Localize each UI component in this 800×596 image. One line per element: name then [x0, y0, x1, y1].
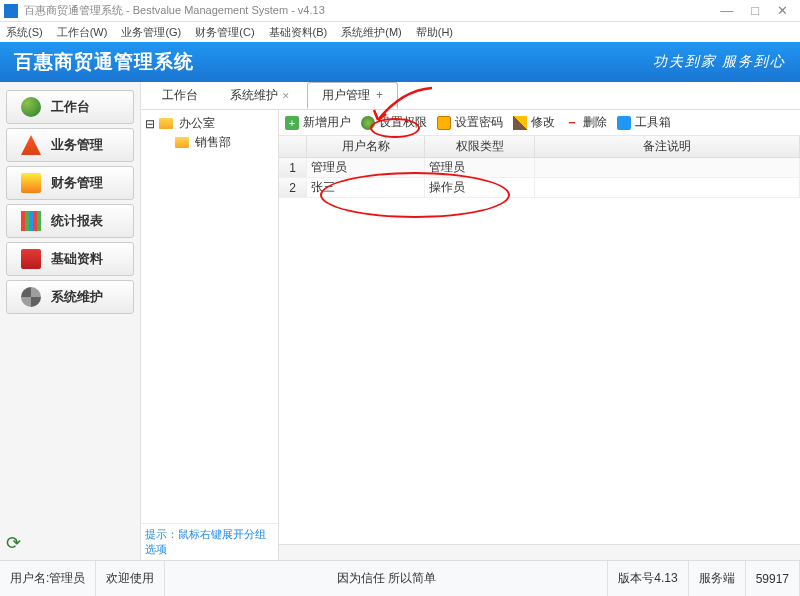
table-row[interactable]: 1 管理员 管理员 [279, 158, 800, 178]
tab-workbench[interactable]: 工作台 [147, 82, 213, 109]
toolbar-label: 工具箱 [635, 114, 671, 131]
status-welcome: 欢迎使用 [96, 561, 165, 596]
toolbar-label: 删除 [583, 114, 607, 131]
delete-button[interactable]: −删除 [565, 114, 607, 131]
menubar: 系统(S) 工作台(W) 业务管理(G) 财务管理(C) 基础资料(B) 系统维… [0, 22, 800, 42]
close-icon[interactable]: ✕ [777, 3, 788, 18]
tab-maintain[interactable]: 系统维护✕ [215, 82, 305, 109]
tab-label: 系统维护 [230, 88, 278, 102]
table-row[interactable]: 2 张三 操作员 [279, 178, 800, 198]
pencil-icon [513, 116, 527, 130]
col-header-username[interactable]: 用户名称 [307, 136, 425, 157]
grid-corner [279, 136, 307, 157]
folder-icon [21, 173, 41, 193]
row-number: 1 [279, 158, 307, 177]
toolbox-button[interactable]: 工具箱 [617, 114, 671, 131]
toolbar-label: 设置权限 [379, 114, 427, 131]
menu-system[interactable]: 系统(S) [6, 25, 43, 40]
tree-node-sales[interactable]: 销售部 [145, 133, 274, 152]
sidebar-item-label: 业务管理 [51, 136, 103, 154]
tab-user-manage[interactable]: 用户管理+ [307, 82, 398, 109]
sidebar-item-label: 工作台 [51, 98, 90, 116]
sidebar-report[interactable]: 统计报表 [6, 204, 134, 238]
book-icon [21, 249, 41, 269]
tree-hint: 提示：鼠标右键展开分组选项 [141, 523, 278, 560]
user-grid: 用户名称 权限类型 备注说明 1 管理员 管理员 2 张三 操作员 [279, 136, 800, 198]
cell-username: 张三 [307, 178, 425, 197]
status-motto: 因为信任 所以简单 [165, 561, 608, 596]
tree-node-label: 办公室 [179, 115, 215, 132]
chart-icon [21, 211, 41, 231]
folder-icon [175, 137, 189, 148]
maximize-icon[interactable]: □ [751, 3, 759, 18]
sidebar-maintain[interactable]: 系统维护 [6, 280, 134, 314]
add-user-button[interactable]: +新增用户 [285, 114, 351, 131]
status-port: 59917 [746, 561, 800, 596]
delete-icon: − [565, 116, 579, 130]
app-slogan: 功夫到家 服务到心 [653, 53, 787, 71]
sidebar-item-label: 统计报表 [51, 212, 103, 230]
edit-button[interactable]: 修改 [513, 114, 555, 131]
toolbox-icon [617, 116, 631, 130]
menu-workbench[interactable]: 工作台(W) [57, 25, 108, 40]
row-number: 2 [279, 178, 307, 197]
app-icon [4, 4, 18, 18]
gear-icon [21, 287, 41, 307]
sidebar-item-label: 基础资料 [51, 250, 103, 268]
status-bar: 用户名:管理员 欢迎使用 因为信任 所以简单 版本号4.13 服务端 59917 [0, 560, 800, 596]
check-circle-icon [21, 97, 41, 117]
menu-help[interactable]: 帮助(H) [416, 25, 453, 40]
menu-maintain[interactable]: 系统维护(M) [341, 25, 402, 40]
set-password-button[interactable]: 设置密码 [437, 114, 503, 131]
user-toolbar: +新增用户 设置权限 设置密码 修改 −删除 工具箱 [279, 110, 800, 136]
cell-username: 管理员 [307, 158, 425, 177]
dept-tree: ⊟办公室 销售部 提示：鼠标右键展开分组选项 [141, 110, 279, 560]
status-server: 服务端 [689, 561, 746, 596]
col-header-note[interactable]: 备注说明 [535, 136, 800, 157]
cell-role: 操作员 [425, 178, 535, 197]
cell-note [535, 178, 800, 197]
tab-add-icon[interactable]: + [376, 88, 383, 102]
plus-icon: + [285, 116, 299, 130]
collapse-toggle-icon[interactable]: ⊟ [145, 117, 155, 131]
window-title: 百惠商贸通管理系统 - Bestvalue Management System … [24, 3, 720, 18]
status-version: 版本号4.13 [608, 561, 688, 596]
cell-role: 管理员 [425, 158, 535, 177]
tab-bar: 工作台 系统维护✕ 用户管理+ [141, 82, 800, 110]
status-user: 用户名:管理员 [0, 561, 96, 596]
minimize-icon[interactable]: — [720, 3, 733, 18]
sidebar-finance[interactable]: 财务管理 [6, 166, 134, 200]
sidebar-basedata[interactable]: 基础资料 [6, 242, 134, 276]
permission-icon [361, 116, 375, 130]
refresh-icon[interactable]: ⟳ [6, 533, 21, 553]
cell-note [535, 158, 800, 177]
sidebar-item-label: 财务管理 [51, 174, 103, 192]
house-icon [21, 135, 41, 155]
sidebar: 工作台 业务管理 财务管理 统计报表 基础资料 系统维护 ⟳ [0, 82, 140, 560]
set-permission-button[interactable]: 设置权限 [361, 114, 427, 131]
folder-icon [159, 118, 173, 129]
tab-label: 工作台 [162, 88, 198, 102]
horizontal-scrollbar[interactable] [279, 544, 800, 560]
app-logo-text: 百惠商贸通管理系统 [14, 49, 194, 75]
menu-business[interactable]: 业务管理(G) [121, 25, 181, 40]
menu-finance[interactable]: 财务管理(C) [195, 25, 254, 40]
sidebar-item-label: 系统维护 [51, 288, 103, 306]
tree-node-label: 销售部 [195, 134, 231, 151]
banner: 百惠商贸通管理系统 功夫到家 服务到心 [0, 42, 800, 82]
toolbar-label: 新增用户 [303, 114, 351, 131]
tab-label: 用户管理 [322, 88, 370, 102]
tab-close-icon[interactable]: ✕ [282, 91, 290, 101]
sidebar-business[interactable]: 业务管理 [6, 128, 134, 162]
col-header-role[interactable]: 权限类型 [425, 136, 535, 157]
sidebar-workbench[interactable]: 工作台 [6, 90, 134, 124]
lock-icon [437, 116, 451, 130]
toolbar-label: 修改 [531, 114, 555, 131]
tree-node-office[interactable]: ⊟办公室 [145, 114, 274, 133]
toolbar-label: 设置密码 [455, 114, 503, 131]
menu-basedata[interactable]: 基础资料(B) [269, 25, 328, 40]
